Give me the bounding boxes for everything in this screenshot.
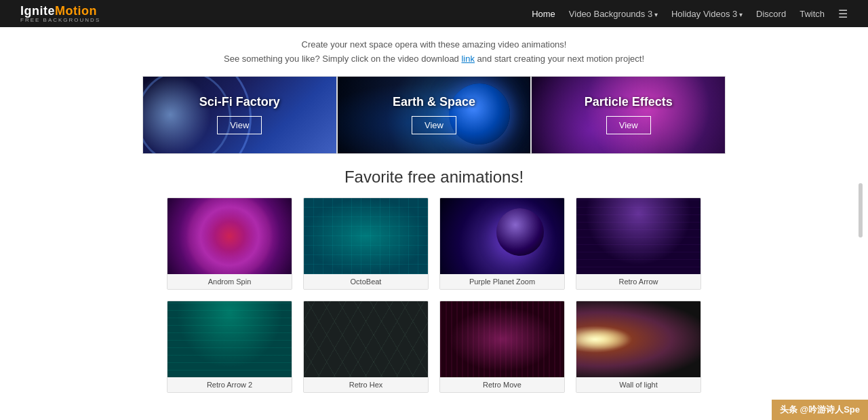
logo-text: IgniteMotion xyxy=(20,4,97,18)
anim-card-retro-hex[interactable]: Retro Hex xyxy=(303,301,429,393)
scrollbar[interactable] xyxy=(859,183,863,237)
anim-card-retro-arrow[interactable]: Retro Arrow xyxy=(576,197,701,290)
anim-label-octobeat: OctoBeat xyxy=(304,274,428,289)
anim-thumb-androm xyxy=(167,198,292,274)
logo-sub: FREE BACKGROUNDS xyxy=(20,17,100,23)
navbar: IgniteMotion FREE BACKGROUNDS Home Video… xyxy=(0,0,868,27)
nav-item-holiday[interactable]: Holiday Videos 3 xyxy=(671,7,743,20)
featured-overlay-scifi: Sci-Fi Factory View xyxy=(143,77,336,153)
featured-overlay-earth: Earth & Space View xyxy=(338,77,531,153)
section-title: Favorite free animations! xyxy=(0,168,868,187)
anim-thumb-retro-arrow xyxy=(576,198,701,274)
anim-label-retro-move: Retro Move xyxy=(440,377,564,392)
featured-view-scifi[interactable]: View xyxy=(217,116,262,134)
animation-grid: Androm Spin OctoBeat Purple Planet Zoom … xyxy=(163,197,705,393)
nav-item-discord[interactable]: Discord xyxy=(756,7,786,20)
anim-card-retro-arrow2[interactable]: Retro Arrow 2 xyxy=(167,301,292,393)
anim-card-androm[interactable]: Androm Spin xyxy=(167,197,292,290)
anim-thumb-retro-arrow2 xyxy=(167,301,292,377)
hero-link[interactable]: link xyxy=(461,54,475,64)
nav-links: Home Video Backgrounds 3 Holiday Videos … xyxy=(532,7,848,20)
anim-label-planet: Purple Planet Zoom xyxy=(440,274,564,289)
anim-card-planet[interactable]: Purple Planet Zoom xyxy=(439,197,565,290)
nav-item-twitch[interactable]: Twitch xyxy=(800,7,825,20)
logo[interactable]: IgniteMotion FREE BACKGROUNDS xyxy=(20,4,100,23)
anim-label-retro-hex: Retro Hex xyxy=(304,377,428,392)
hero-section: Create your next space opera with these … xyxy=(0,27,868,72)
nav-item-home[interactable]: Home xyxy=(532,7,555,20)
anim-thumb-retro-move xyxy=(440,301,564,377)
featured-overlay-particle: Particle Effects View xyxy=(532,77,725,153)
anim-card-wall-light[interactable]: Wall of light xyxy=(576,301,701,393)
nav-item-video-bg[interactable]: Video Backgrounds 3 xyxy=(569,7,658,20)
featured-title-particle: Particle Effects xyxy=(585,95,673,109)
anim-card-retro-move[interactable]: Retro Move xyxy=(439,301,565,393)
featured-grid: Sci-Fi Factory View Earth & Space View P… xyxy=(142,76,726,154)
featured-card-earth[interactable]: Earth & Space View xyxy=(337,76,532,154)
featured-title-scifi: Sci-Fi Factory xyxy=(199,95,280,109)
featured-card-particle[interactable]: Particle Effects View xyxy=(531,76,726,154)
anim-thumb-wall-light xyxy=(576,301,701,377)
nav-menu-icon[interactable]: ☰ xyxy=(838,7,848,20)
featured-title-earth: Earth & Space xyxy=(393,95,475,109)
featured-view-earth[interactable]: View xyxy=(412,116,456,134)
anim-label-retro-arrow2: Retro Arrow 2 xyxy=(167,377,292,392)
anim-thumb-octobeat xyxy=(304,198,428,274)
hero-line1: Create your next space opera with these … xyxy=(14,38,854,52)
watermark: 头条 @吟游诗人Spe xyxy=(772,400,868,406)
anim-thumb-retro-hex xyxy=(304,301,428,377)
featured-card-scifi[interactable]: Sci-Fi Factory View xyxy=(142,76,337,154)
anim-label-retro-arrow: Retro Arrow xyxy=(576,274,701,289)
featured-view-particle[interactable]: View xyxy=(606,116,651,134)
anim-card-octobeat[interactable]: OctoBeat xyxy=(303,197,429,290)
anim-thumb-planet xyxy=(440,198,564,274)
anim-label-wall-light: Wall of light xyxy=(576,377,701,392)
hero-line2: See something you like? Simply click on … xyxy=(14,52,854,66)
anim-label-androm: Androm Spin xyxy=(167,274,292,289)
